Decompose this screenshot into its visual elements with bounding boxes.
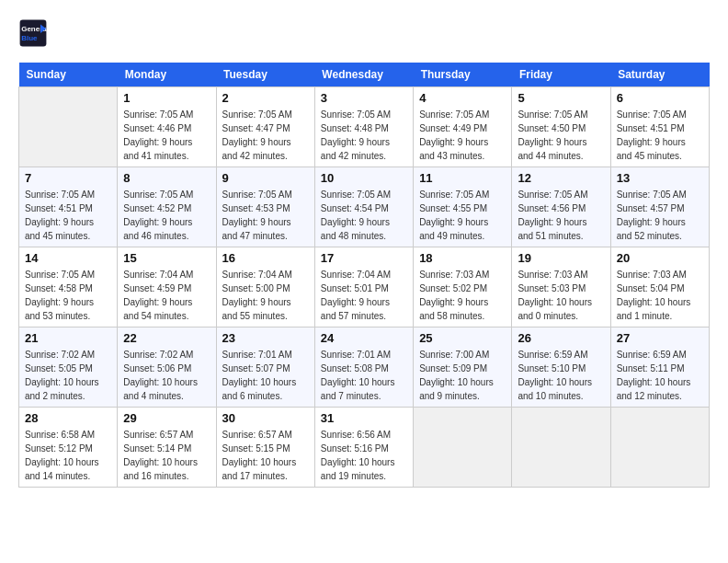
calendar-cell: 16Sunrise: 7:04 AMSunset: 5:00 PMDayligh… [216, 247, 314, 327]
calendar-cell [414, 408, 512, 488]
day-info: Sunrise: 7:05 AMSunset: 4:53 PMDaylight:… [222, 188, 309, 243]
day-info: Sunrise: 7:05 AMSunset: 4:48 PMDaylight:… [321, 108, 407, 163]
day-info: Sunrise: 7:05 AMSunset: 4:47 PMDaylight:… [222, 108, 309, 163]
day-number: 5 [518, 91, 604, 105]
col-header-monday: Monday [118, 63, 216, 87]
day-info: Sunrise: 7:01 AMSunset: 5:08 PMDaylight:… [321, 348, 407, 403]
calendar-cell: 5Sunrise: 7:05 AMSunset: 4:50 PMDaylight… [512, 87, 610, 167]
logo-icon: General Blue [18, 18, 48, 48]
day-number: 19 [518, 251, 604, 265]
day-info: Sunrise: 7:01 AMSunset: 5:07 PMDaylight:… [222, 348, 309, 403]
calendar-cell: 12Sunrise: 7:05 AMSunset: 4:56 PMDayligh… [512, 167, 610, 247]
day-number: 31 [321, 411, 407, 425]
day-number: 20 [617, 251, 703, 265]
day-number: 29 [123, 411, 210, 425]
col-header-friday: Friday [512, 63, 610, 87]
day-number: 26 [518, 331, 604, 345]
col-header-tuesday: Tuesday [216, 63, 314, 87]
calendar-cell: 18Sunrise: 7:03 AMSunset: 5:02 PMDayligh… [414, 247, 512, 327]
calendar-cell: 3Sunrise: 7:05 AMSunset: 4:48 PMDaylight… [314, 87, 413, 167]
calendar-table: SundayMondayTuesdayWednesdayThursdayFrid… [18, 63, 710, 488]
calendar-cell: 25Sunrise: 7:00 AMSunset: 5:09 PMDayligh… [414, 327, 512, 408]
calendar-cell: 21Sunrise: 7:02 AMSunset: 5:05 PMDayligh… [19, 327, 118, 408]
logo: General Blue [18, 18, 48, 48]
col-header-sunday: Sunday [19, 63, 118, 87]
day-info: Sunrise: 6:56 AMSunset: 5:16 PMDaylight:… [321, 428, 407, 483]
calendar-cell [610, 408, 709, 488]
calendar-cell: 29Sunrise: 6:57 AMSunset: 5:14 PMDayligh… [118, 408, 216, 488]
day-info: Sunrise: 7:04 AMSunset: 5:00 PMDaylight:… [222, 268, 309, 323]
calendar-cell: 19Sunrise: 7:03 AMSunset: 5:03 PMDayligh… [512, 247, 610, 327]
day-info: Sunrise: 7:02 AMSunset: 5:06 PMDaylight:… [123, 348, 210, 403]
day-number: 30 [222, 411, 309, 425]
calendar-cell: 20Sunrise: 7:03 AMSunset: 5:04 PMDayligh… [610, 247, 709, 327]
calendar-cell: 15Sunrise: 7:04 AMSunset: 4:59 PMDayligh… [118, 247, 216, 327]
day-info: Sunrise: 7:05 AMSunset: 4:56 PMDaylight:… [518, 188, 604, 243]
day-info: Sunrise: 6:57 AMSunset: 5:14 PMDaylight:… [123, 428, 210, 483]
calendar-cell: 23Sunrise: 7:01 AMSunset: 5:07 PMDayligh… [216, 327, 314, 408]
day-number: 17 [321, 251, 407, 265]
page-header: General Blue [18, 18, 710, 48]
day-info: Sunrise: 7:04 AMSunset: 5:01 PMDaylight:… [321, 268, 407, 323]
calendar-cell: 10Sunrise: 7:05 AMSunset: 4:54 PMDayligh… [314, 167, 413, 247]
calendar-cell: 22Sunrise: 7:02 AMSunset: 5:06 PMDayligh… [118, 327, 216, 408]
day-info: Sunrise: 7:05 AMSunset: 4:58 PMDaylight:… [25, 268, 111, 323]
calendar-cell: 11Sunrise: 7:05 AMSunset: 4:55 PMDayligh… [414, 167, 512, 247]
calendar-cell: 13Sunrise: 7:05 AMSunset: 4:57 PMDayligh… [610, 167, 709, 247]
day-info: Sunrise: 7:02 AMSunset: 5:05 PMDaylight:… [25, 348, 111, 403]
day-info: Sunrise: 7:03 AMSunset: 5:02 PMDaylight:… [419, 268, 506, 323]
day-info: Sunrise: 7:05 AMSunset: 4:54 PMDaylight:… [321, 188, 407, 243]
calendar-cell: 8Sunrise: 7:05 AMSunset: 4:52 PMDaylight… [118, 167, 216, 247]
calendar-cell: 30Sunrise: 6:57 AMSunset: 5:15 PMDayligh… [216, 408, 314, 488]
calendar-cell: 9Sunrise: 7:05 AMSunset: 4:53 PMDaylight… [216, 167, 314, 247]
day-number: 9 [222, 171, 309, 185]
calendar-cell: 7Sunrise: 7:05 AMSunset: 4:51 PMDaylight… [19, 167, 118, 247]
day-info: Sunrise: 7:05 AMSunset: 4:52 PMDaylight:… [123, 188, 210, 243]
calendar-cell [19, 87, 118, 167]
day-info: Sunrise: 6:59 AMSunset: 5:11 PMDaylight:… [617, 348, 703, 403]
day-info: Sunrise: 7:05 AMSunset: 4:49 PMDaylight:… [419, 108, 506, 163]
day-number: 22 [123, 331, 210, 345]
day-number: 13 [617, 171, 703, 185]
calendar-cell: 24Sunrise: 7:01 AMSunset: 5:08 PMDayligh… [314, 327, 413, 408]
day-number: 27 [617, 331, 703, 345]
col-header-thursday: Thursday [414, 63, 512, 87]
calendar-cell: 28Sunrise: 6:58 AMSunset: 5:12 PMDayligh… [19, 408, 118, 488]
calendar-cell: 2Sunrise: 7:05 AMSunset: 4:47 PMDaylight… [216, 87, 314, 167]
day-info: Sunrise: 7:05 AMSunset: 4:57 PMDaylight:… [617, 188, 703, 243]
day-info: Sunrise: 7:05 AMSunset: 4:50 PMDaylight:… [518, 108, 604, 163]
day-info: Sunrise: 6:57 AMSunset: 5:15 PMDaylight:… [222, 428, 309, 483]
day-info: Sunrise: 7:00 AMSunset: 5:09 PMDaylight:… [419, 348, 506, 403]
day-number: 14 [25, 251, 111, 265]
day-number: 18 [419, 251, 506, 265]
day-number: 2 [222, 91, 309, 105]
day-info: Sunrise: 7:03 AMSunset: 5:04 PMDaylight:… [617, 268, 703, 323]
day-number: 16 [222, 251, 309, 265]
day-number: 10 [321, 171, 407, 185]
day-number: 11 [419, 171, 506, 185]
calendar-cell: 14Sunrise: 7:05 AMSunset: 4:58 PMDayligh… [19, 247, 118, 327]
day-number: 7 [25, 171, 111, 185]
calendar-cell: 4Sunrise: 7:05 AMSunset: 4:49 PMDaylight… [414, 87, 512, 167]
day-number: 6 [617, 91, 703, 105]
day-number: 1 [123, 91, 210, 105]
day-info: Sunrise: 7:03 AMSunset: 5:03 PMDaylight:… [518, 268, 604, 323]
day-info: Sunrise: 6:58 AMSunset: 5:12 PMDaylight:… [25, 428, 111, 483]
day-number: 23 [222, 331, 309, 345]
col-header-wednesday: Wednesday [314, 63, 413, 87]
day-number: 24 [321, 331, 407, 345]
day-number: 25 [419, 331, 506, 345]
col-header-saturday: Saturday [610, 63, 709, 87]
day-number: 28 [25, 411, 111, 425]
day-info: Sunrise: 7:05 AMSunset: 4:51 PMDaylight:… [617, 108, 703, 163]
calendar-cell: 27Sunrise: 6:59 AMSunset: 5:11 PMDayligh… [610, 327, 709, 408]
day-number: 3 [321, 91, 407, 105]
day-number: 12 [518, 171, 604, 185]
calendar-cell: 6Sunrise: 7:05 AMSunset: 4:51 PMDaylight… [610, 87, 709, 167]
svg-text:Blue: Blue [21, 34, 38, 42]
day-info: Sunrise: 7:05 AMSunset: 4:55 PMDaylight:… [419, 188, 506, 243]
calendar-cell: 17Sunrise: 7:04 AMSunset: 5:01 PMDayligh… [314, 247, 413, 327]
day-info: Sunrise: 6:59 AMSunset: 5:10 PMDaylight:… [518, 348, 604, 403]
day-number: 15 [123, 251, 210, 265]
day-number: 8 [123, 171, 210, 185]
